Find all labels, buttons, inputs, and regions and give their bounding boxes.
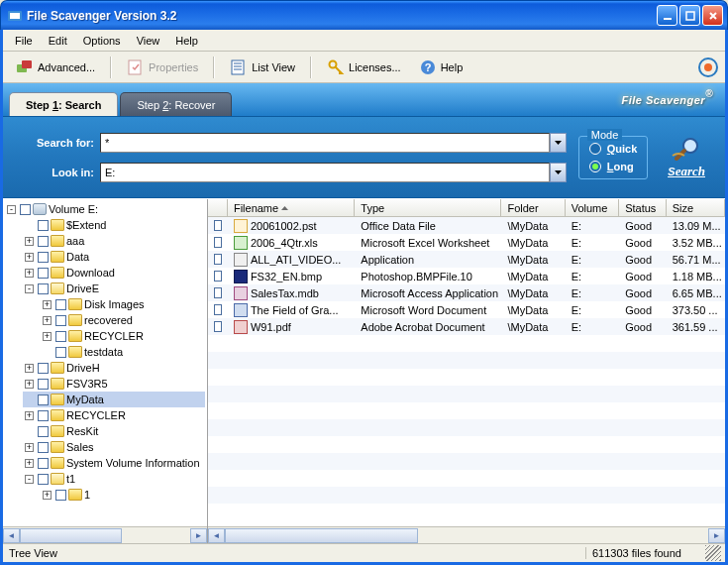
expand-icon[interactable]: + — [25, 411, 34, 420]
expand-icon[interactable]: + — [25, 380, 34, 389]
expand-icon[interactable] — [25, 396, 34, 404]
checkbox[interactable] — [214, 304, 222, 315]
checkbox[interactable] — [214, 287, 222, 298]
scroll-left-button[interactable]: ◄ — [3, 528, 20, 543]
checkbox[interactable] — [38, 395, 49, 405]
maximize-button[interactable] — [679, 5, 700, 26]
menu-file[interactable]: File — [7, 33, 41, 49]
minimize-button[interactable] — [657, 5, 677, 26]
tree-item[interactable]: $Extend — [23, 217, 205, 233]
mode-long-radio[interactable]: Long — [589, 161, 638, 172]
expand-icon[interactable]: - — [25, 475, 34, 484]
expand-icon[interactable]: - — [25, 284, 34, 293]
tree-item[interactable]: MyData — [23, 392, 205, 407]
tree-item[interactable]: +Disk Images — [41, 296, 205, 312]
tree-item[interactable]: +Sales — [23, 439, 205, 455]
expand-icon[interactable]: + — [25, 253, 34, 262]
col-checkbox[interactable] — [208, 199, 228, 216]
tree-root-item[interactable]: -Volume E: — [5, 201, 205, 217]
table-row[interactable]: The Field of Gra...Microsoft Word Docume… — [208, 301, 725, 318]
table-row[interactable]: FS32_EN.bmpPhotoshop.BMPFile.10\MyDataE:… — [208, 268, 725, 284]
expand-icon[interactable]: + — [25, 269, 34, 278]
checkbox[interactable] — [214, 254, 222, 265]
scroll-left-button[interactable]: ◄ — [208, 528, 225, 543]
tab-step1-search[interactable]: Step 1: Search — [9, 92, 118, 116]
scroll-thumb[interactable] — [20, 528, 122, 543]
checkbox[interactable] — [38, 236, 49, 247]
col-size[interactable]: Size — [667, 199, 725, 216]
checkbox[interactable] — [55, 347, 66, 358]
menu-view[interactable]: View — [129, 33, 168, 49]
tree-item[interactable]: +FSV3R5 — [23, 376, 205, 392]
col-volume[interactable]: Volume — [566, 199, 619, 216]
search-for-combo[interactable] — [100, 133, 567, 153]
tree-item[interactable]: +DriveH — [23, 360, 205, 376]
checkbox[interactable] — [214, 237, 222, 248]
tree-item[interactable]: +aaa — [23, 233, 205, 249]
expand-icon[interactable]: + — [25, 459, 34, 468]
expand-icon[interactable] — [25, 427, 34, 436]
checkbox[interactable] — [38, 220, 49, 231]
search-for-dropdown-button[interactable] — [550, 133, 567, 153]
checkbox[interactable] — [38, 426, 49, 437]
table-row[interactable]: 20061002.pstOffice Data File\MyDataE:Goo… — [208, 217, 725, 234]
search-button[interactable]: Search — [660, 132, 713, 183]
tree-item[interactable]: +recovered — [41, 312, 205, 328]
menu-help[interactable]: Help — [167, 33, 206, 49]
expand-icon[interactable]: + — [25, 237, 34, 246]
titlebar[interactable]: File Scavenger Version 3.2 — [0, 0, 728, 30]
checkbox[interactable] — [55, 331, 66, 342]
expand-icon[interactable] — [43, 348, 52, 357]
checkbox[interactable] — [38, 458, 49, 469]
table-row[interactable]: 2006_4Qtr.xlsMicrosoft Excel Worksheet\M… — [208, 234, 725, 251]
col-filename[interactable]: Filename — [228, 199, 355, 216]
resize-grip-icon[interactable] — [705, 545, 721, 561]
checkbox[interactable] — [38, 474, 49, 485]
expand-icon[interactable]: + — [25, 443, 34, 452]
checkbox[interactable] — [214, 321, 222, 332]
search-for-input[interactable] — [100, 133, 550, 153]
tab-step2-recover[interactable]: Step 2: Recover — [120, 92, 232, 116]
tree-item[interactable]: ResKit — [23, 423, 205, 439]
checkbox[interactable] — [38, 442, 49, 453]
look-in-dropdown-button[interactable] — [550, 163, 567, 182]
tree-item[interactable]: -DriveE — [23, 281, 205, 296]
checkbox[interactable] — [55, 490, 66, 501]
advanced-button[interactable]: Advanced... — [9, 55, 102, 80]
col-folder[interactable]: Folder — [501, 199, 565, 216]
scroll-right-button[interactable]: ► — [190, 528, 207, 543]
checkbox[interactable] — [55, 299, 66, 310]
checkbox[interactable] — [38, 410, 49, 421]
expand-icon[interactable]: + — [43, 300, 52, 309]
expand-icon[interactable]: + — [43, 316, 52, 325]
checkbox[interactable] — [38, 283, 49, 294]
listview-button[interactable]: List View — [223, 55, 302, 80]
close-button[interactable] — [702, 5, 723, 26]
help-button[interactable]: ? Help — [412, 55, 470, 80]
tree-item[interactable]: +System Volume Information — [23, 455, 205, 471]
checkbox[interactable] — [20, 204, 31, 215]
table-row[interactable]: W91.pdfAdobe Acrobat Document\MyDataE:Go… — [208, 318, 725, 335]
look-in-combo[interactable] — [100, 163, 567, 182]
folder-tree[interactable]: -Volume E:$Extend+aaa+Data+Download-Driv… — [3, 199, 207, 526]
properties-button[interactable]: Properties — [120, 55, 205, 80]
expand-icon[interactable]: + — [43, 332, 52, 341]
expand-icon[interactable]: + — [43, 491, 52, 500]
checkbox[interactable] — [38, 252, 49, 263]
col-status[interactable]: Status — [619, 199, 667, 216]
file-list[interactable]: 20061002.pstOffice Data File\MyDataE:Goo… — [208, 217, 725, 526]
tree-item[interactable]: testdata — [41, 344, 205, 360]
col-type[interactable]: Type — [355, 199, 501, 216]
tree-item[interactable]: +1 — [41, 487, 205, 503]
menu-options[interactable]: Options — [75, 33, 129, 49]
tree-item[interactable]: +Data — [23, 249, 205, 265]
checkbox[interactable] — [214, 220, 222, 231]
table-row[interactable]: ALL_ATI_VIDEO...Application\MyDataE:Good… — [208, 251, 725, 268]
table-row[interactable]: SalesTax.mdbMicrosoft Access Application… — [208, 284, 725, 301]
licenses-button[interactable]: Licenses... — [320, 55, 408, 80]
look-in-input[interactable] — [100, 163, 550, 182]
tree-item[interactable]: +RECYCLER — [41, 328, 205, 344]
scroll-thumb[interactable] — [225, 528, 418, 543]
expand-icon[interactable]: + — [25, 364, 34, 373]
mode-quick-radio[interactable]: Quick — [589, 143, 638, 155]
